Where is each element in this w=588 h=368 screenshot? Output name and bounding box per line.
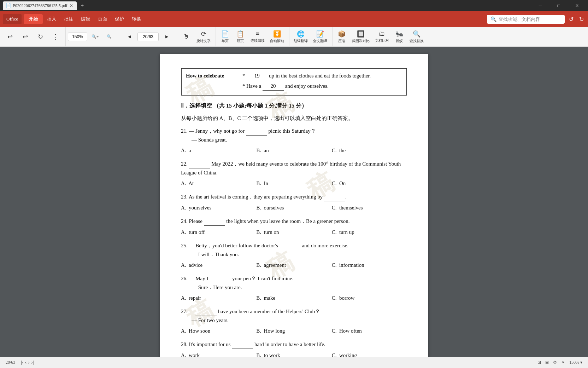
compress-label: 压缩 xyxy=(338,39,345,44)
q25-options: A. advice B. agreement C. information xyxy=(181,260,407,270)
office-button[interactable]: Office xyxy=(3,14,22,24)
menu-item-page[interactable]: 页面 xyxy=(94,14,111,24)
title-bar-left: 📄 P02022062747663786125 5.pdf ✕ + xyxy=(3,1,87,10)
menu-bar-right: ↺ ↻ xyxy=(568,15,585,24)
settings-button[interactable]: ⚙ xyxy=(553,360,557,365)
select-text-button[interactable]: 🖰 xyxy=(179,31,193,42)
next-page-status-button[interactable]: › xyxy=(28,360,30,366)
double-page-button[interactable]: 📋 双页 xyxy=(233,29,247,45)
redo-icon[interactable]: ↻ xyxy=(578,15,585,24)
auto-scroll-icon: ⏬ xyxy=(273,30,281,38)
pdf-tab[interactable]: 📄 P02022062747663786125 5.pdf ✕ xyxy=(3,1,77,10)
zoom-out-button[interactable]: 🔍- xyxy=(103,33,117,40)
continuous-label: 连续阅读 xyxy=(251,38,265,43)
find-replace-button[interactable]: 🔍 查找替换 xyxy=(407,29,426,45)
pdf-page: 稿 稿 稿 稿 稿 How to celebrate * 19 up in th… xyxy=(160,54,428,357)
prev-page-button[interactable]: ◀ xyxy=(122,33,136,40)
crawl-button[interactable]: 🐜 蚂蚁 xyxy=(392,29,406,45)
menu-item-convert[interactable]: 转换 xyxy=(128,14,145,24)
page-nav-input[interactable] xyxy=(137,33,159,41)
rotate-text-button[interactable]: ⟳ 旋转文字 xyxy=(194,29,213,45)
q25-option-C: C. information xyxy=(332,260,407,270)
question-21: 21. — Jenny，why not go for picnic this S… xyxy=(181,127,407,155)
window-controls: ─ □ ✕ xyxy=(532,0,585,11)
menu-item-edit[interactable]: 编辑 xyxy=(77,14,94,24)
table-right-cell: * 19 up in the best clothes and eat the … xyxy=(238,69,407,95)
question-27: 27. — have you been a member of the Help… xyxy=(181,307,407,336)
sun-icon[interactable]: ☀ xyxy=(561,360,565,365)
menu-bar: Office 开始 插入 批注 编辑 页面 保护 转换 🔍 ↺ ↻ xyxy=(0,11,588,27)
undo-icon[interactable]: ↺ xyxy=(568,15,575,24)
search-bar[interactable]: 🔍 xyxy=(487,15,565,24)
refresh-button[interactable]: ↻ xyxy=(33,31,47,42)
q25-option-B: B. agreement xyxy=(256,260,331,270)
toolbar-translate-group: 🌐 划词翻译 📝 全文翻译 xyxy=(292,27,333,46)
q23-num: 23. xyxy=(181,194,188,200)
compare-button[interactable]: 🔲 截图和对比 xyxy=(350,29,372,45)
select-text-icon: 🖰 xyxy=(183,33,189,40)
undo-toolbar-button[interactable]: ↩ xyxy=(3,31,17,42)
single-page-button[interactable]: 📄 单页 xyxy=(218,29,232,45)
section-II-header: Ⅱ．选择填空 （共 15 小题;每小题 1 分,满分 15 分） xyxy=(181,101,407,110)
q23-option-C: C. themselves xyxy=(332,203,407,213)
next-page-button[interactable]: ▶ xyxy=(160,33,174,40)
full-translate-button[interactable]: 📝 全文翻译 xyxy=(311,29,329,45)
toolbar-zoom-group: 🔍+ 🔍- xyxy=(68,27,120,46)
first-page-button[interactable]: |‹ xyxy=(21,360,23,366)
redo-toolbar-button[interactable]: ↩ xyxy=(18,31,32,42)
redo-icon: ↩ xyxy=(23,33,28,41)
rotate-text-icon: ⟳ xyxy=(201,30,206,38)
file-compare-label: 文档比对 xyxy=(375,38,389,43)
more-button[interactable]: ⋮ xyxy=(48,31,63,42)
compress-button[interactable]: 📦 压缩 xyxy=(335,29,349,45)
menu-item-annotate[interactable]: 批注 xyxy=(60,14,77,24)
zoom-in-icon: 🔍+ xyxy=(92,34,99,39)
zoom-in-button[interactable]: 🔍+ xyxy=(88,33,102,40)
more-icon: ⋮ xyxy=(52,33,59,41)
search-input[interactable] xyxy=(499,17,555,22)
zoom-input[interactable] xyxy=(68,33,87,41)
q21-options: A. a B. an C. the xyxy=(181,145,407,155)
file-compare-button[interactable]: 🗂 文档比对 xyxy=(373,29,391,45)
last-page-button[interactable]: ›| xyxy=(31,360,34,366)
how-to-celebrate-label: How to celebrate xyxy=(186,73,224,79)
menu-item-protect[interactable]: 保护 xyxy=(111,14,128,24)
q24-option-A: A. turn off xyxy=(181,227,256,237)
q27-option-A: A. How soon xyxy=(181,326,256,336)
find-replace-label: 查找替换 xyxy=(410,39,424,44)
tab-close-button[interactable]: ✕ xyxy=(69,3,74,8)
content-table: How to celebrate * 19 up in the best clo… xyxy=(181,68,407,95)
q22-options: A. At B. In C. On xyxy=(181,178,407,188)
maximize-button[interactable]: □ xyxy=(551,0,567,11)
zoom-out-icon: 🔍- xyxy=(107,34,113,39)
fit-width-button[interactable]: ⊞ xyxy=(545,360,549,365)
menu-item-insert[interactable]: 插入 xyxy=(43,14,60,24)
table-row-1: How to celebrate * 19 up in the best clo… xyxy=(182,69,407,95)
q22-option-C: C. On xyxy=(332,178,407,188)
q23-option-B: B. ourselves xyxy=(256,203,331,213)
status-page-info: 20/63 xyxy=(6,360,15,365)
pdf-viewer[interactable]: 稿 稿 稿 稿 稿 How to celebrate * 19 up in th… xyxy=(0,47,588,357)
q22-option-B: B. In xyxy=(256,178,331,188)
fit-page-button[interactable]: ⊡ xyxy=(537,360,541,365)
single-page-label: 单页 xyxy=(222,39,229,44)
new-tab-button[interactable]: + xyxy=(78,1,87,10)
q28-option-C: C. working xyxy=(332,350,407,357)
question-22: 22. May 2022，we held many events to cele… xyxy=(181,160,407,188)
close-button[interactable]: ✕ xyxy=(569,0,585,11)
toolbar-nav-group: ↩ ↩ ↻ ⋮ xyxy=(3,27,66,46)
continuous-button[interactable]: ≡ 连续阅读 xyxy=(248,29,267,45)
file-compare-icon: 🗂 xyxy=(379,30,385,38)
word-translate-button[interactable]: 🌐 划词翻译 xyxy=(292,29,310,45)
prev-page-status-button[interactable]: ‹ xyxy=(25,360,27,366)
q27-num: 27. xyxy=(181,309,188,314)
start-button[interactable]: 开始 xyxy=(24,14,43,24)
section-II-subtitle: （共 15 小题;每小题 1 分,满分 15 分） xyxy=(213,103,307,109)
minimize-button[interactable]: ─ xyxy=(532,0,548,11)
status-zoom-display[interactable]: 150% ▾ xyxy=(569,360,582,365)
single-page-icon: 📄 xyxy=(221,30,229,38)
q28-options: A. work B. to work C. working xyxy=(181,350,407,357)
table-container: How to celebrate * 19 up in the best clo… xyxy=(181,68,407,96)
zoom-control: 🔍+ 🔍- xyxy=(68,33,117,41)
auto-scroll-button[interactable]: ⏬ 自动滚动 xyxy=(268,29,286,45)
